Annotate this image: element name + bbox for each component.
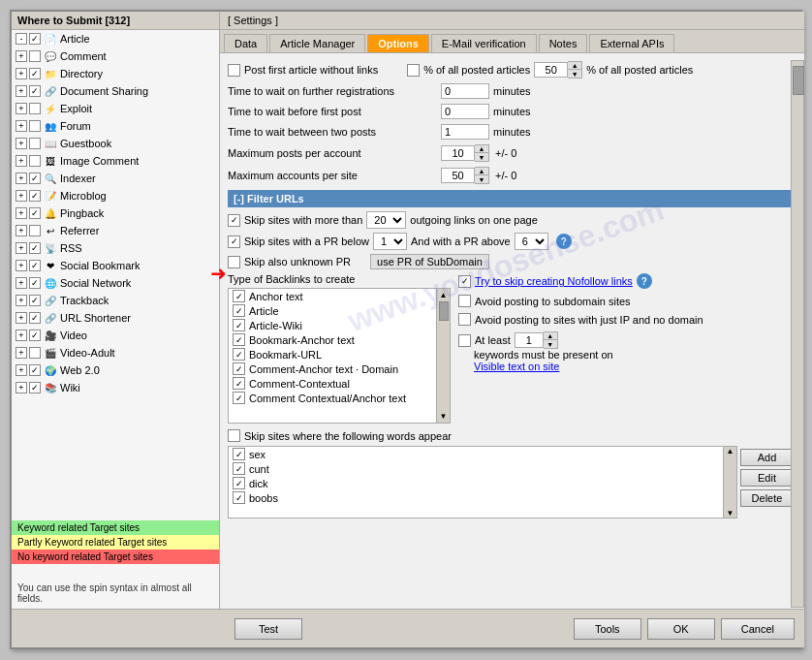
nofollow-link[interactable]: Try to skip creating Nofollow links [475,275,633,287]
scroll-down[interactable]: ▼ [440,412,448,421]
btn-delete[interactable]: Delete [740,489,794,507]
filter-urls-section[interactable]: [-] Filter URLs [228,190,796,207]
expand-6[interactable]: + [16,138,27,149]
tree-item-comment[interactable]: +💬Comment [12,47,219,65]
cb-8[interactable] [29,173,41,184]
cb-avoid-ip[interactable] [458,313,471,326]
tree-item-social-network[interactable]: +🌐Social Network [12,274,219,292]
backlink-item-2[interactable]: Article-Wiki [229,318,436,332]
backlink-cb-5[interactable] [233,362,245,375]
cb-post-first-article[interactable] [228,64,240,77]
backlink-types-listbox[interactable]: Anchor textArticleArticle-WikiBookmark-A… [228,288,437,424]
word-cb-1[interactable] [233,462,245,475]
btn-add[interactable]: Add [740,449,794,466]
btn-ok[interactable]: OK [647,618,715,640]
tree-item-wiki[interactable]: +📚Wiki [12,379,219,396]
max-accounts-up[interactable]: ▲ [475,168,488,175]
word-cb-3[interactable] [233,491,245,504]
backlink-cb-3[interactable] [233,333,245,346]
expand-10[interactable]: + [16,207,27,219]
tree-item-social-bookmark[interactable]: +❤Social Bookmark [12,257,219,274]
tree-item-image-comment[interactable]: +🖼Image Comment [12,152,219,170]
backlink-cb-1[interactable] [233,304,245,317]
tree-item-pingback[interactable]: +🔔Pingback [12,204,219,222]
cb-7[interactable] [29,155,41,167]
tree-item-rss[interactable]: +📡RSS [12,239,219,257]
cb-5[interactable] [29,120,41,132]
cb-12[interactable] [29,242,41,254]
cb-try-skip-nofollow[interactable] [458,275,471,288]
backlink-cb-4[interactable] [233,348,245,361]
tab-external-apis[interactable]: External APIs [589,34,674,52]
expand-7[interactable]: + [16,155,27,167]
word-item-3[interactable]: boobs [229,490,723,505]
backlink-item-0[interactable]: Anchor text [229,289,436,303]
expand-17[interactable]: + [16,330,27,341]
word-listbox[interactable]: sexcuntdickboobs [228,446,724,519]
tree-item-microblog[interactable]: +📝Microblog [12,187,219,204]
dropdown-pr-above[interactable]: 6 7 8 [515,233,548,250]
expand-9[interactable]: + [16,190,27,202]
tree-item-video-adult[interactable]: +🎬Video-Adult [12,344,219,361]
scroll-up[interactable]: ▲ [440,291,448,299]
expand-11[interactable]: + [16,225,27,236]
max-posts-up[interactable]: ▲ [475,145,488,153]
tree-item-referrer[interactable]: +↩Referrer [12,222,219,239]
tab-article-manager[interactable]: Article Manager [269,34,365,52]
tree-item-web-2.0[interactable]: +🌍Web 2.0 [12,361,219,379]
tab-options[interactable]: Options [367,34,429,52]
visible-text-link[interactable]: Visible text on site [458,361,559,372]
word-cb-2[interactable] [233,477,245,489]
expand-4[interactable]: + [16,103,27,114]
expand-19[interactable]: + [16,364,27,376]
expand-15[interactable]: + [16,295,27,306]
at-least-down[interactable]: ▼ [544,340,557,348]
tree-item-document-sharing[interactable]: +🔗Document Sharing [12,82,219,100]
expand-3[interactable]: + [16,85,27,97]
cb-3[interactable] [29,85,41,97]
visible-text-site-link[interactable]: Visible text on site [474,361,559,372]
expand-20[interactable]: + [16,382,27,393]
cb-20[interactable] [29,382,41,393]
backlink-cb-2[interactable] [233,319,245,331]
word-item-1[interactable]: cunt [229,461,723,476]
expand-14[interactable]: + [16,277,27,289]
input-between-posts[interactable] [441,124,489,140]
tree-item-trackback[interactable]: +🔗Trackback [12,292,219,309]
word-item-0[interactable]: sex [229,447,723,461]
backlink-item-3[interactable]: Bookmark-Anchor text [229,332,436,347]
cb-6[interactable] [29,138,41,149]
input-at-least[interactable] [515,332,544,348]
tree-item-guestbook[interactable]: +📖Guestbook [12,135,219,152]
max-accounts-down[interactable]: ▼ [475,175,488,183]
tree-item-video[interactable]: +🎥Video [12,327,219,344]
cb-skip-more-than[interactable] [228,214,240,227]
cb-10[interactable] [29,207,41,219]
expand-13[interactable]: + [16,260,27,271]
tab-email-verification[interactable]: E-Mail verification [431,34,537,52]
btn-edit[interactable]: Edit [740,469,794,487]
expand-2[interactable]: + [16,68,27,79]
expand-8[interactable]: + [16,173,27,184]
cb-11[interactable] [29,225,41,236]
cb-14[interactable] [29,277,41,289]
right-scrollbar[interactable] [791,60,804,608]
cb-at-least[interactable] [458,334,471,347]
btn-tools[interactable]: Tools [574,618,641,640]
backlink-cb-0[interactable] [233,290,245,302]
backlink-cb-7[interactable] [233,392,245,404]
at-least-up[interactable]: ▲ [544,332,557,340]
cb-13[interactable] [29,260,41,271]
link-only-value-input[interactable] [534,62,568,78]
word-scroll-down[interactable]: ▼ [724,509,736,518]
cb-link-only-on[interactable] [407,64,420,77]
help-icon-nofollow[interactable]: ? [637,273,652,289]
cb-word-filter[interactable] [228,429,240,442]
cb-19[interactable] [29,364,41,376]
cb-avoid-subdomain[interactable] [458,295,471,307]
cb-16[interactable] [29,312,41,324]
cb-15[interactable] [29,295,41,306]
input-further-reg[interactable] [441,83,489,99]
backlink-item-1[interactable]: Article [229,303,436,318]
cb-17[interactable] [29,330,41,341]
